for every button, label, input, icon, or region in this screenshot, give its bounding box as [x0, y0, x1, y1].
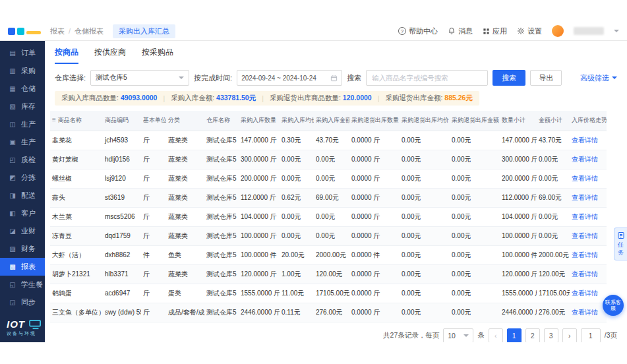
breadcrumb-reports[interactable]: 报表 [50, 26, 65, 36]
column-header-6: 采购入库数量 [239, 111, 280, 131]
sidebar-item-student-meals[interactable]: ◱学生餐 [0, 276, 45, 293]
tab-by-product[interactable]: 按商品 [55, 47, 78, 64]
view-detail-link[interactable]: 查看详情 [572, 136, 598, 144]
table-cell: 0.0000 斤 [349, 207, 400, 226]
sidebar-item-customers[interactable]: ◧客户 [0, 204, 45, 222]
page-button-3[interactable]: 3 [544, 328, 558, 343]
export-button[interactable]: 导出 [530, 70, 562, 86]
search-input[interactable] [366, 70, 488, 86]
prev-page-button[interactable]: ‹ [489, 328, 503, 343]
pagination-unit: 条 [477, 331, 485, 340]
page-button-1[interactable]: 1 [507, 328, 522, 343]
table-cell: mscs5206 [103, 207, 141, 226]
sidebar-item-warehouse[interactable]: ▦仓储 [0, 80, 45, 98]
table-row: 鹌鹑蛋acd6947斤蛋类测试仓库51555.0000 斤11.00元17105… [50, 284, 607, 303]
table-cell: 测试仓库5 [204, 131, 239, 150]
warehouse-icon: ▦ [9, 85, 16, 92]
table-cell: 147.0000 斤 [239, 131, 280, 150]
table-cell: 104.0000 斤 [239, 207, 280, 226]
date-range-picker[interactable]: 2024-09-24 ~ 2024-10-24 [237, 70, 342, 86]
tab-by-purchase-item[interactable]: 按采购品 [142, 47, 173, 64]
breadcrumb-current-page: 采购出入库汇总 [113, 24, 175, 38]
apps-label: 应用 [493, 26, 507, 36]
table-cell-trend: 查看详情 [570, 150, 607, 169]
chevron-down-icon[interactable] [614, 30, 619, 32]
logo-block-teal [17, 28, 24, 35]
table-cell-trend: 查看详情 [570, 169, 607, 188]
table-cell: 斤 [141, 264, 166, 284]
view-detail-link[interactable]: 查看详情 [572, 309, 598, 316]
table-cell: 斤 [141, 207, 166, 226]
sidebar-item-sync[interactable]: ◲同步 [0, 293, 45, 311]
help-center-link[interactable]: ? 帮助中心 [398, 26, 438, 36]
app-window: 报表 / 仓储报表 采购出入库汇总 ? 帮助中心 消息 [0, 22, 627, 342]
sidebar-item-finance[interactable]: ▨财务 [0, 240, 45, 258]
search-button[interactable]: 搜索 [493, 70, 525, 86]
sidebar-item-business-finance[interactable]: ◪业财 [0, 222, 45, 240]
column-header-label: 仓库名称 [206, 117, 230, 123]
view-detail-link[interactable]: 查看详情 [572, 232, 598, 239]
sidebar-item-production-2[interactable]: ▣生产 [0, 133, 45, 151]
table-cell-trend: 查看详情 [570, 188, 607, 207]
warehouse-select[interactable]: 测试仓库5 [90, 70, 189, 86]
advanced-filter-label: 高级筛选 [580, 73, 609, 83]
topbar: 报表 / 仓储报表 采购出入库汇总 ? 帮助中心 消息 [0, 22, 627, 41]
table-cell: 0.11元 [280, 303, 314, 322]
column-header-label: 数量小计 [502, 117, 525, 123]
page-button-2[interactable]: 2 [525, 328, 540, 343]
apps-link[interactable]: 应用 [483, 26, 507, 36]
tab-by-supplier[interactable]: 按供应商 [94, 47, 126, 64]
table-cell: 蔬菜类 [166, 207, 204, 226]
orders-icon: ▤ [9, 49, 16, 57]
summary-value: 433781.50元 [216, 94, 256, 102]
view-detail-link[interactable]: 查看详情 [572, 289, 598, 297]
advanced-filter-link[interactable]: 高级筛选 [580, 73, 617, 83]
logo-block-yellow [26, 31, 41, 34]
sidebar-item-quality-check[interactable]: ◰质检 [0, 151, 45, 169]
sidebar-item-production[interactable]: ◫生产 [0, 115, 45, 133]
table-cell: 胡萝卜21321 [50, 264, 103, 284]
column-header-10: 采购退货出库均价 [400, 111, 450, 131]
view-detail-link[interactable]: 查看详情 [572, 251, 598, 258]
jump-page-input[interactable]: 1 [581, 328, 601, 343]
table-cell: 69.00元 [314, 188, 349, 207]
view-detail-link[interactable]: 查看详情 [572, 175, 598, 182]
summary-label: 采购入库商品数量: [61, 94, 119, 102]
next-page-button[interactable]: › [562, 328, 577, 343]
sidebar-item-delivery[interactable]: ◨配送 [0, 187, 45, 204]
avatar[interactable] [552, 25, 564, 37]
sidebar-item-inventory[interactable]: ▧库存 [0, 98, 45, 115]
summary-item: 采购入库商品数量:49093.0000 [61, 94, 157, 103]
view-detail-link[interactable]: 查看详情 [572, 156, 598, 163]
sidebar-item-sorting[interactable]: ◩分拣 [0, 169, 45, 187]
table-cell: 螺丝椒 [50, 169, 103, 188]
table-cell: 100.0000 斤 [500, 226, 537, 245]
table-cell: 147.0000 斤 [500, 131, 537, 150]
main-content: 按商品按供应商按采购品 仓库选择: 测试仓库5 按完成时间: 2024-09-2… [45, 41, 627, 342]
table-cell: 0.00元 [537, 169, 570, 188]
settings-link[interactable]: 设置 [517, 26, 542, 36]
view-detail-link[interactable]: 查看详情 [572, 270, 598, 278]
summary-separator: | [378, 94, 380, 102]
table-cell: 120.0000 斤 [500, 264, 537, 284]
breadcrumb-warehouse-reports[interactable]: 仓储报表 [75, 26, 104, 36]
settings-label: 设置 [527, 26, 542, 36]
table-cell: 0.00元 [450, 303, 500, 322]
tasks-panel-button[interactable]: 任务 [614, 228, 627, 260]
contact-support-button[interactable]: 联系客服 [603, 295, 624, 316]
view-detail-link[interactable]: 查看详情 [572, 213, 598, 220]
table-cell: 0.00元 [280, 207, 314, 226]
sidebar-item-purchase[interactable]: ▥采购 [0, 62, 45, 80]
messages-link[interactable]: 消息 [448, 26, 473, 36]
page-size-select[interactable]: 10 [443, 328, 473, 343]
column-settings-icon[interactable]: ≡ [52, 116, 56, 123]
column-header-label: 采购退货出库数量 [351, 117, 399, 123]
purchase-icon: ▥ [9, 67, 16, 75]
table-cell: dqd1759 [103, 226, 141, 245]
table-cell: 0.00元 [314, 226, 349, 245]
sidebar-item-reports[interactable]: ▩报表 [0, 258, 45, 276]
summary-label: 采购入库金额: [171, 94, 214, 102]
sidebar-item-orders[interactable]: ▤订单 [0, 44, 45, 62]
table-cell: 成品/套餐/成品 [166, 303, 204, 322]
view-detail-link[interactable]: 查看详情 [572, 194, 598, 201]
